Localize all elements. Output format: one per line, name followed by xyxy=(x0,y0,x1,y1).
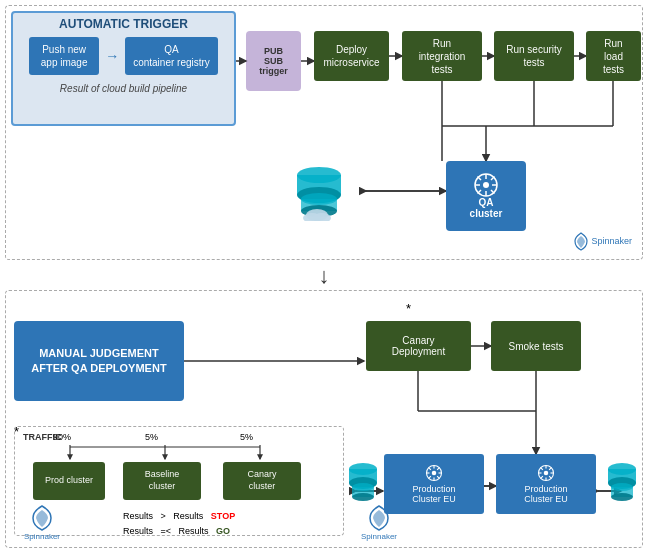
svg-line-52 xyxy=(429,468,431,470)
database-icon xyxy=(284,161,354,221)
db-icon-bottom-left xyxy=(344,459,382,506)
run-load-box: Run load tests xyxy=(586,31,641,81)
pct-5a-label: 5% xyxy=(145,432,158,442)
manual-judgement-box: MANUAL JUDGEMENT AFTER QA DEPLOYMENT xyxy=(14,321,184,401)
qa-cluster-box: QA cluster xyxy=(446,161,526,231)
svg-line-53 xyxy=(437,476,439,478)
pub-label: PUB xyxy=(264,46,283,56)
svg-point-77 xyxy=(611,493,633,501)
go-label: GO xyxy=(216,526,230,536)
k8s-icon xyxy=(474,173,498,197)
push-app-image-box: Push new app image xyxy=(29,37,99,75)
db-icon-bottom-right xyxy=(603,459,641,506)
qa-cluster-label: QA cluster xyxy=(470,197,503,219)
svg-line-63 xyxy=(549,476,551,478)
k8s-icon-eu-left xyxy=(425,464,443,482)
results-comparison: Results > Results STOP Results =< Result… xyxy=(123,509,235,540)
svg-point-47 xyxy=(432,471,437,476)
svg-line-64 xyxy=(549,468,551,470)
svg-line-62 xyxy=(541,468,543,470)
traffic-section: TRAFFIC 90% 5% 5% Prod cluster xyxy=(14,426,344,536)
svg-point-22 xyxy=(483,182,489,188)
production-cluster-eu-right: Production Cluster EU xyxy=(496,454,596,514)
arrow-right-icon: → xyxy=(105,48,119,64)
pub-sub-box: PUB SUB trigger xyxy=(246,31,301,91)
baseline-cluster-box: Baseline cluster xyxy=(123,462,201,500)
qa-container-registry-box: QA container registry xyxy=(125,37,218,75)
svg-line-54 xyxy=(437,468,439,470)
spinnaker-logo-bottom-right: Spinnaker xyxy=(361,504,397,541)
svg-line-55 xyxy=(429,476,431,478)
trigger-label: trigger xyxy=(259,66,288,76)
main-down-arrow: ↓ xyxy=(319,263,330,289)
canary-deployment-box: Canary Deployment xyxy=(366,321,471,371)
canary-cluster-box: Canary cluster xyxy=(223,462,301,500)
bottom-pipeline-section: MANUAL JUDGEMENT AFTER QA DEPLOYMENT * xyxy=(5,290,643,548)
k8s-icon-eu-right xyxy=(537,464,555,482)
cloud-build-label: Result of cloud build pipeline xyxy=(13,83,234,94)
pct-5b-label: 5% xyxy=(240,432,253,442)
asterisk-top: * xyxy=(406,301,411,316)
production-cluster-eu-left: Production Cluster EU xyxy=(384,454,484,514)
auto-trigger-title: AUTOMATIC TRIGGER xyxy=(13,13,234,37)
svg-point-20 xyxy=(306,209,328,221)
pct-90-label: 90% xyxy=(53,432,71,442)
svg-point-57 xyxy=(544,471,549,476)
auto-trigger-box: AUTOMATIC TRIGGER Push new app image → Q… xyxy=(11,11,236,126)
svg-line-65 xyxy=(541,476,543,478)
deploy-microservice-label: Deploy microservice xyxy=(314,31,389,81)
svg-point-71 xyxy=(352,493,374,501)
sub-label: SUB xyxy=(264,56,283,66)
run-security-box: Run security tests xyxy=(494,31,574,81)
deploy-microservice-box: Deploy microservice xyxy=(314,31,389,81)
prod-cluster-box: Prod cluster xyxy=(33,462,105,500)
spinnaker-icon-bottom xyxy=(31,504,53,532)
spinnaker-icon-top xyxy=(573,231,589,251)
spinnaker-icon-bottom-right xyxy=(368,504,390,532)
top-pipeline-section: AUTOMATIC TRIGGER Push new app image → Q… xyxy=(5,5,643,260)
db-svg xyxy=(287,161,352,221)
run-integration-box: Run integration tests xyxy=(402,31,482,81)
stop-label: STOP xyxy=(211,511,235,521)
smoke-tests-box: Smoke tests xyxy=(491,321,581,371)
spinnaker-logo-top: Spinnaker xyxy=(573,231,632,251)
spinnaker-logo-bottom: Spinnaker xyxy=(24,504,60,541)
